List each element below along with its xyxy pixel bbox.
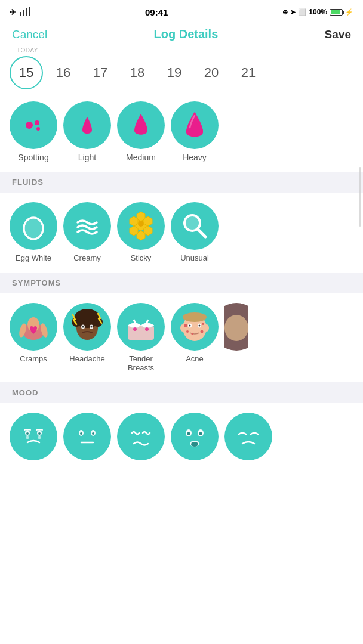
flow-label-medium: Medium <box>126 153 156 162</box>
svg-point-44 <box>199 324 201 326</box>
fluid-item-egg-white[interactable]: Egg White <box>10 202 57 263</box>
flow-icons: Spotting Light Medium <box>10 101 353 162</box>
svg-point-60 <box>92 432 94 435</box>
flow-icon-medium <box>117 101 165 149</box>
mood-item-anxious[interactable] <box>117 413 165 460</box>
svg-marker-17 <box>130 216 138 226</box>
mood-item-scared[interactable] <box>171 413 219 460</box>
flow-item-medium[interactable]: Medium <box>117 101 165 162</box>
flow-icon-light <box>63 101 111 149</box>
header: Cancel Log Details Save <box>0 21 363 47</box>
calendar-day-16[interactable]: 16 <box>47 56 80 89</box>
svg-point-35 <box>133 327 137 331</box>
calendar-day-18[interactable]: 18 <box>121 56 154 89</box>
flow-label-light: Light <box>78 153 96 162</box>
symptom-icon-headache <box>63 303 111 351</box>
battery-percent: 100% <box>309 8 327 16</box>
svg-rect-1 <box>23 10 24 16</box>
svg-point-53 <box>26 432 29 435</box>
svg-point-49 <box>192 333 193 335</box>
calendar-day-today[interactable]: 15 <box>10 56 43 89</box>
svg-point-31 <box>91 326 93 327</box>
mood-item-gloomy[interactable] <box>224 413 272 460</box>
symptom-label-cramps: Cramps <box>20 354 47 364</box>
svg-point-40 <box>183 312 207 322</box>
flow-section: Spotting Light Medium <box>0 97 363 172</box>
symptoms-section: Cramps Headache <box>0 293 363 382</box>
svg-point-30 <box>82 326 84 327</box>
symptom-icon-acne <box>171 303 219 351</box>
svg-marker-16 <box>130 226 138 236</box>
svg-line-19 <box>198 229 205 237</box>
mood-item-neutral[interactable] <box>63 413 111 460</box>
svg-point-56 <box>38 436 41 439</box>
mood-item-sad[interactable] <box>10 413 57 460</box>
calendar-strip: TODAY 15 16 17 18 19 20 21 <box>0 47 363 97</box>
svg-point-48 <box>201 330 204 333</box>
flow-item-heavy[interactable]: Heavy <box>171 101 219 162</box>
svg-point-26 <box>72 317 81 327</box>
svg-point-47 <box>186 330 189 333</box>
svg-point-5 <box>35 120 39 125</box>
fluid-icon-creamy <box>63 202 111 250</box>
fluids-section: Egg White Creamy <box>0 193 363 273</box>
cancel-button[interactable]: Cancel <box>12 28 47 41</box>
fluid-item-creamy[interactable]: Creamy <box>63 202 111 263</box>
svg-point-43 <box>189 324 191 326</box>
fluid-label-sticky: Sticky <box>131 253 152 263</box>
status-time: 09:41 <box>145 7 168 17</box>
svg-point-54 <box>38 432 41 435</box>
fluid-item-unusual[interactable]: Unusual <box>171 202 219 263</box>
symptom-icon-si <box>224 303 248 351</box>
symptom-label-acne: Acne <box>186 354 204 364</box>
svg-point-39 <box>204 324 209 332</box>
charging-icon: ⚡ <box>345 8 353 16</box>
symptom-label-headache: Headache <box>69 354 104 364</box>
flow-icon-spotting <box>10 101 57 149</box>
screen-icon: ⬜ <box>298 8 306 16</box>
calendar-days: 15 16 17 18 19 20 21 <box>10 56 353 89</box>
symptom-item-acne[interactable]: Acne <box>171 303 219 364</box>
flow-item-spotting[interactable]: Spotting <box>10 101 57 162</box>
mood-section <box>0 403 363 470</box>
svg-rect-0 <box>20 12 21 16</box>
svg-marker-13 <box>144 216 152 226</box>
svg-point-6 <box>36 127 40 131</box>
location-icon: ⊕ <box>282 8 288 16</box>
svg-rect-2 <box>26 8 27 16</box>
calendar-day-19[interactable]: 19 <box>158 56 191 89</box>
symptom-item-headache[interactable]: Headache <box>63 303 111 364</box>
symptom-icon-cramps <box>10 303 57 351</box>
calendar-day-17[interactable]: 17 <box>84 56 117 89</box>
symptom-label-tender-breasts: Tender Breasts <box>117 354 165 373</box>
svg-point-59 <box>80 432 82 435</box>
airplane-icon: ✈ <box>10 8 16 17</box>
flow-label-spotting: Spotting <box>18 153 48 162</box>
svg-point-4 <box>26 122 33 129</box>
status-left: ✈ <box>10 7 30 17</box>
flow-icon-heavy <box>171 101 219 149</box>
flow-item-light[interactable]: Light <box>63 101 111 162</box>
scroll-indicator <box>359 167 361 227</box>
symptom-item-cramps[interactable]: Cramps <box>10 303 57 364</box>
svg-point-55 <box>26 436 29 439</box>
symptom-icon-tender-breasts <box>117 303 165 351</box>
fluid-icon-unusual <box>171 202 219 250</box>
fluid-icon-sticky <box>117 202 165 250</box>
symptoms-section-header: SYMPTOMS <box>0 273 363 293</box>
svg-point-45 <box>184 324 187 327</box>
symptom-item-tender-breasts[interactable]: Tender Breasts <box>117 303 165 373</box>
svg-rect-3 <box>29 7 30 16</box>
svg-point-67 <box>191 442 198 447</box>
fluid-item-sticky[interactable]: Sticky <box>117 202 165 263</box>
svg-point-64 <box>187 432 190 435</box>
symptom-item-si[interactable] <box>224 303 248 351</box>
svg-point-36 <box>145 327 149 331</box>
fluid-label-creamy: Creamy <box>73 253 101 263</box>
status-bar: ✈ 09:41 ⊕ ➤ ⬜ 100% ⚡ <box>0 0 363 21</box>
calendar-day-20[interactable]: 20 <box>195 56 228 89</box>
fluids-section-header: FLUIDS <box>0 172 363 193</box>
calendar-day-21[interactable]: 21 <box>232 56 265 89</box>
fluid-icon-egg-white <box>10 202 57 250</box>
save-button[interactable]: Save <box>325 28 351 41</box>
